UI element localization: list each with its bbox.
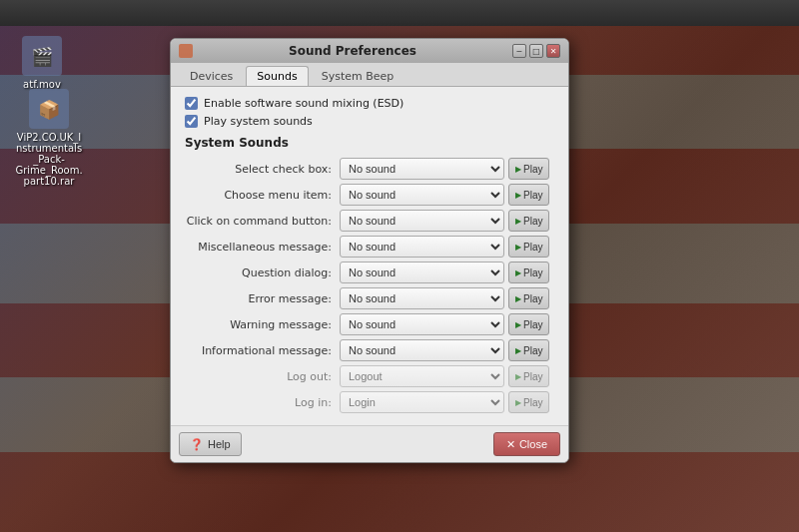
play-button-5[interactable]: ▶ Play bbox=[508, 287, 549, 309]
table-row: Choose menu item: No sound ▶ Play bbox=[185, 182, 554, 208]
table-row: Informational message: No sound ▶ Play bbox=[185, 337, 554, 363]
tab-strip: Devices Sounds System Beep bbox=[171, 63, 568, 87]
play-button-3[interactable]: ▶ Play bbox=[508, 236, 549, 258]
win-controls-right[interactable]: ─ □ ✕ bbox=[512, 44, 560, 58]
sound-select-6[interactable]: No sound bbox=[340, 313, 504, 335]
play-system-row: Play system sounds bbox=[185, 115, 554, 128]
sound-control-8: Logout ▶ Play bbox=[340, 363, 554, 389]
sound-control-1: No sound ▶ Play bbox=[340, 182, 554, 208]
taskbar bbox=[0, 0, 799, 26]
help-icon: ❓ bbox=[190, 438, 204, 451]
sound-select-2[interactable]: No sound bbox=[340, 210, 504, 232]
play-button-2[interactable]: ▶ Play bbox=[508, 210, 549, 232]
play-icon-9: ▶ bbox=[515, 398, 521, 407]
sound-select-7[interactable]: No sound bbox=[340, 339, 504, 361]
sound-label-6: Warning message: bbox=[185, 311, 340, 337]
play-system-label: Play system sounds bbox=[204, 115, 313, 128]
play-icon-3: ▶ bbox=[515, 243, 521, 252]
play-button-6[interactable]: ▶ Play bbox=[508, 313, 549, 335]
sound-control-5: No sound ▶ Play bbox=[340, 285, 554, 311]
sound-label-5: Error message: bbox=[185, 285, 340, 311]
dialog-app-icon bbox=[179, 44, 193, 58]
sound-label-7: Informational message: bbox=[185, 337, 340, 363]
sound-select-0[interactable]: No sound bbox=[340, 158, 504, 180]
table-row: Click on command button: No sound ▶ Play bbox=[185, 208, 554, 234]
sound-label-4: Question dialog: bbox=[185, 260, 340, 285]
sound-label-3: Miscellaneous message: bbox=[185, 234, 340, 260]
play-button-1[interactable]: ▶ Play bbox=[508, 184, 549, 206]
tab-sounds[interactable]: Sounds bbox=[246, 66, 308, 86]
dialog-title: Sound Preferences bbox=[193, 44, 512, 58]
play-icon-7: ▶ bbox=[515, 346, 521, 355]
table-row: Question dialog: No sound ▶ Play bbox=[185, 260, 554, 285]
play-button-4[interactable]: ▶ Play bbox=[508, 262, 549, 283]
enable-mixing-label: Enable software sound mixing (ESD) bbox=[204, 97, 403, 110]
vip2-icon: 📦 bbox=[29, 89, 69, 129]
play-icon-1: ▶ bbox=[515, 191, 521, 200]
sound-control-0: No sound ▶ Play bbox=[340, 156, 554, 182]
sound-control-7: No sound ▶ Play bbox=[340, 337, 554, 363]
sound-select-4[interactable]: No sound bbox=[340, 262, 504, 283]
sound-preferences-dialog: Sound Preferences ─ □ ✕ Devices Sounds S… bbox=[170, 38, 569, 463]
sound-control-9: Login ▶ Play bbox=[340, 389, 554, 415]
minimize-button[interactable]: ─ bbox=[512, 44, 526, 58]
play-icon-4: ▶ bbox=[515, 268, 521, 277]
sound-label-9: Log in: bbox=[185, 389, 340, 415]
play-button-8[interactable]: ▶ Play bbox=[508, 365, 549, 387]
play-icon-5: ▶ bbox=[515, 294, 521, 303]
table-row: Error message: No sound ▶ Play bbox=[185, 285, 554, 311]
table-row: Warning message: No sound ▶ Play bbox=[185, 311, 554, 337]
sound-control-4: No sound ▶ Play bbox=[340, 260, 554, 285]
sound-control-3: No sound ▶ Play bbox=[340, 234, 554, 260]
sound-control-6: No sound ▶ Play bbox=[340, 311, 554, 337]
dialog-titlebar: Sound Preferences ─ □ ✕ bbox=[171, 39, 568, 63]
sound-select-3[interactable]: No sound bbox=[340, 236, 504, 258]
tab-system-beep[interactable]: System Beep bbox=[311, 66, 405, 86]
sound-select-5[interactable]: No sound bbox=[340, 287, 504, 309]
tab-devices[interactable]: Devices bbox=[179, 66, 244, 86]
enable-mixing-row: Enable software sound mixing (ESD) bbox=[185, 97, 554, 110]
play-system-checkbox[interactable] bbox=[185, 115, 198, 128]
system-sounds-title: System Sounds bbox=[185, 136, 554, 150]
sound-label-1: Choose menu item: bbox=[185, 182, 340, 208]
sounds-table: Select check box: No sound ▶ Play bbox=[185, 156, 554, 415]
close-icon: ✕ bbox=[506, 438, 515, 451]
enable-mixing-checkbox[interactable] bbox=[185, 97, 198, 110]
win-controls-left bbox=[179, 44, 193, 58]
play-icon-6: ▶ bbox=[515, 320, 521, 329]
play-button-7[interactable]: ▶ Play bbox=[508, 339, 549, 361]
table-row: Miscellaneous message: No sound ▶ Play bbox=[185, 234, 554, 260]
maximize-button[interactable]: □ bbox=[529, 44, 543, 58]
play-icon-2: ▶ bbox=[515, 217, 521, 226]
sound-select-1[interactable]: No sound bbox=[340, 184, 504, 206]
sound-label-8: Log out: bbox=[185, 363, 340, 389]
play-icon-8: ▶ bbox=[515, 372, 521, 381]
table-row: Log out: Logout ▶ Play bbox=[185, 363, 554, 389]
dialog-footer: ❓ Help ✕ Close bbox=[171, 425, 568, 462]
close-window-button[interactable]: ✕ bbox=[546, 44, 560, 58]
dialog-content: Enable software sound mixing (ESD) Play … bbox=[171, 87, 568, 425]
table-row: Log in: Login ▶ Play bbox=[185, 389, 554, 415]
desktop-icon-vip2[interactable]: 📦 ViP2.CO.UK_Instrumentals_Pack-Grime_Ro… bbox=[10, 85, 88, 191]
sound-select-8[interactable]: Logout bbox=[340, 365, 504, 387]
play-icon-0: ▶ bbox=[515, 165, 521, 174]
help-button[interactable]: ❓ Help bbox=[179, 432, 242, 456]
sound-control-2: No sound ▶ Play bbox=[340, 208, 554, 234]
table-row: Select check box: No sound ▶ Play bbox=[185, 156, 554, 182]
sound-label-2: Click on command button: bbox=[185, 208, 340, 234]
atf-mov-icon: 🎬 bbox=[22, 36, 62, 76]
close-button[interactable]: ✕ Close bbox=[493, 432, 560, 456]
vip2-label: ViP2.CO.UK_Instrumentals_Pack-Grime_Room… bbox=[14, 132, 84, 187]
sound-label-0: Select check box: bbox=[185, 156, 340, 182]
sound-select-9[interactable]: Login bbox=[340, 391, 504, 413]
play-button-0[interactable]: ▶ Play bbox=[508, 158, 549, 180]
play-button-9[interactable]: ▶ Play bbox=[508, 391, 549, 413]
